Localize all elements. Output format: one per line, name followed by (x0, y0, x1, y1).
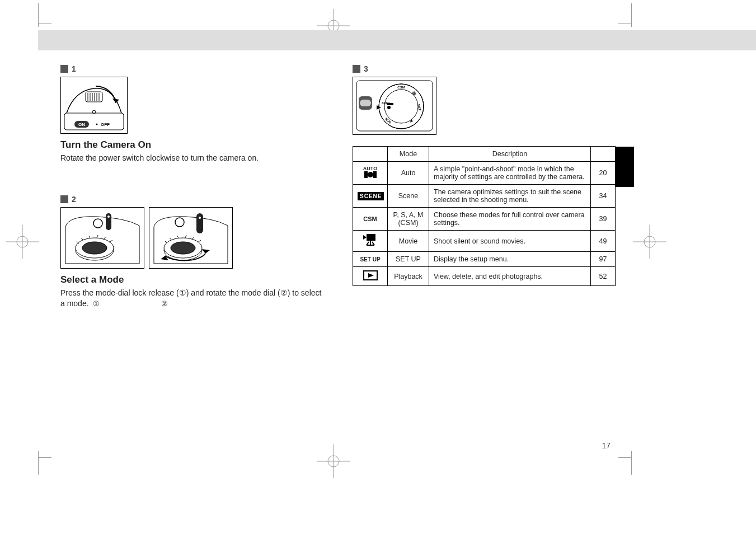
setup-mode-icon: SET UP (353, 252, 388, 267)
mode-table: Mode Description AUTO Auto A simple "poi… (353, 146, 616, 286)
mode-dial-illustrations (60, 207, 328, 269)
mode-name: Scene (388, 185, 429, 208)
mode-name: Playback (388, 267, 429, 286)
step-1-label: 1 (60, 64, 328, 73)
csm-mode-icon: CSM (353, 208, 388, 231)
mode-name: SET UP (388, 252, 429, 267)
crop-mark (618, 451, 645, 478)
step-3-label: 3 (353, 64, 616, 73)
playback-mode-icon (353, 267, 388, 286)
mode-dial-rotate-illustration (149, 207, 233, 269)
mode-page: 52 (591, 267, 616, 286)
mode-page: 97 (591, 252, 616, 267)
svg-rect-74 (367, 234, 375, 241)
svg-point-25 (96, 124, 98, 125)
svg-text:CSM: CSM (397, 86, 405, 89)
crop-mark (25, 451, 51, 478)
svg-rect-12 (64, 113, 124, 130)
svg-rect-71 (373, 171, 377, 178)
mode-page: 20 (591, 162, 616, 185)
chapter-tab (615, 147, 634, 187)
svg-point-48 (175, 218, 184, 227)
mode-table-header-row: Mode Description (353, 147, 616, 162)
step-2-body: Press the mode-dial lock release (①) and… (60, 288, 328, 309)
step-number: 3 (364, 64, 368, 73)
svg-text:ON: ON (78, 122, 85, 127)
mode-table-header: Description (429, 147, 591, 162)
registration-mark-icon (633, 225, 666, 259)
svg-text:OFF: OFF (101, 122, 110, 127)
mode-page: 34 (591, 185, 616, 208)
mode-dial-press-illustration (60, 207, 144, 269)
svg-point-69 (387, 106, 391, 109)
mode-row-playback: Playback View, delete, and edit photogra… (353, 267, 616, 286)
mode-desc: Shoot silent or sound movies. (429, 231, 591, 252)
right-column: 3 CSM 🎥 SET ▶ SCN AUTO (353, 64, 616, 286)
registration-mark-icon (6, 225, 39, 259)
movie-mode-icon (353, 231, 388, 252)
crop-mark (25, 3, 51, 30)
step-number: 2 (72, 195, 76, 204)
header-band (38, 30, 756, 50)
mode-row-movie: Movie Shoot silent or sound movies. 49 (353, 231, 616, 252)
registration-mark-icon (317, 444, 350, 478)
svg-point-38 (107, 216, 110, 218)
mode-desc: View, delete, and edit photographs. (429, 267, 591, 286)
step-1-body: Rotate the power switch clockwise to tur… (60, 153, 328, 163)
auto-mode-icon: AUTO (353, 162, 388, 185)
manual-page: 1 ON OFF Turn the Camera On Rotate the p… (0, 0, 756, 534)
svg-point-51 (199, 217, 201, 219)
square-bullet-icon (353, 65, 360, 73)
mode-name: Auto (388, 162, 429, 185)
mode-name: P, S, A, M (CSM) (388, 208, 429, 231)
mode-table-header (353, 147, 388, 162)
step-number: 1 (72, 64, 76, 73)
mode-table-header (591, 147, 616, 162)
square-bullet-icon (60, 195, 68, 203)
mode-row-setup: SET UP SET UP Display the setup menu. 97 (353, 252, 616, 267)
mode-row-csm: CSM P, S, A, M (CSM) Choose these modes … (353, 208, 616, 231)
square-bullet-icon (60, 65, 68, 73)
left-column: 1 ON OFF Turn the Camera On Rotate the p… (60, 64, 328, 309)
svg-rect-56 (360, 100, 371, 106)
step-2-label: 2 (60, 195, 328, 204)
svg-point-35 (93, 219, 102, 228)
mode-desc: A simple "point-and-shoot" mode in which… (429, 162, 591, 185)
svg-point-72 (368, 172, 373, 177)
svg-rect-68 (387, 103, 393, 105)
step-1-title: Turn the Camera On (60, 139, 328, 151)
mode-page: 39 (591, 208, 616, 231)
svg-point-28 (82, 242, 107, 254)
step-2-title: Select a Mode (60, 274, 328, 285)
mode-name: Movie (388, 231, 429, 252)
mode-row-scene: SCENE Scene The camera optimizes setting… (353, 185, 616, 208)
crop-mark (618, 3, 645, 30)
svg-marker-20 (112, 99, 119, 103)
mode-row-auto: AUTO Auto A simple "point-and-shoot" mod… (353, 162, 616, 185)
mode-table-header: Mode (388, 147, 429, 162)
mode-desc: The camera optimizes settings to suit th… (429, 185, 591, 208)
mode-page: 49 (591, 231, 616, 252)
mode-desc: Display the setup menu. (429, 252, 591, 267)
power-switch-illustration: ON OFF (60, 77, 128, 134)
mode-desc: Choose these modes for full control over… (429, 208, 591, 231)
page-number: 17 (602, 441, 611, 450)
scene-mode-icon: SCENE (353, 185, 388, 208)
svg-marker-80 (368, 273, 374, 278)
svg-marker-73 (363, 235, 367, 240)
mode-dial-top-illustration: CSM 🎥 SET ▶ SCN AUTO (353, 77, 436, 135)
svg-rect-70 (364, 171, 368, 178)
svg-point-41 (171, 242, 195, 254)
